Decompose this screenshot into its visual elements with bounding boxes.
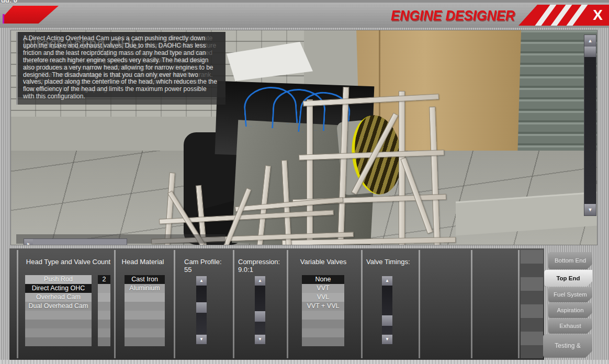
scrollbar-track[interactable] bbox=[584, 57, 596, 204]
test-stand-bar bbox=[307, 99, 313, 245]
list-row-empty bbox=[25, 320, 92, 328]
variable-valves-option[interactable]: VVT + VVL bbox=[302, 302, 344, 311]
column-divider bbox=[361, 250, 363, 358]
cam-profile-value: 55 bbox=[184, 266, 191, 274]
list-row-empty bbox=[125, 311, 165, 320]
valve-timings-slider[interactable]: ▲ ▼ bbox=[382, 276, 392, 344]
list-row-empty bbox=[98, 302, 110, 311]
variable-valves-option[interactable]: VVT bbox=[302, 284, 344, 293]
red-banner-decoration: X bbox=[518, 5, 609, 26]
tab-bottom-end[interactable]: Bottom End bbox=[548, 252, 592, 269]
info-panel: Head The Head of an engine contains all … bbox=[16, 32, 225, 245]
window-title: ENGINE DESIGNER bbox=[391, 8, 515, 24]
tab-top-end[interactable]: Top End bbox=[544, 270, 592, 287]
column-divider bbox=[17, 250, 18, 358]
list-row-empty bbox=[98, 337, 110, 346]
list-row-empty bbox=[98, 328, 110, 337]
list-row-empty bbox=[25, 328, 92, 337]
scrollbar-thumb[interactable] bbox=[584, 47, 596, 57]
section-body-daohc: A Direct Acting OverHead Cam uses a cam … bbox=[16, 32, 225, 105]
tab-testing-finalize[interactable]: Testing & Finalize bbox=[543, 334, 592, 358]
head-material-option[interactable]: Aluminium bbox=[125, 284, 165, 293]
scrollbar-up-button[interactable]: ▲ bbox=[584, 35, 596, 47]
column-divider bbox=[419, 250, 420, 358]
list-row-empty bbox=[125, 302, 165, 311]
valve-timings-slider-down-button[interactable]: ▼ bbox=[382, 335, 392, 344]
column-divider bbox=[233, 250, 234, 358]
list-row-empty bbox=[25, 311, 92, 320]
variable-valves-header: Variable Valves bbox=[295, 258, 352, 266]
viewport-scrollbar[interactable]: ▲ ▼ bbox=[584, 35, 596, 216]
head-material-list: Cast Iron Aluminium bbox=[125, 275, 165, 346]
valve-timings-header: Valve Timings: bbox=[366, 258, 410, 266]
cam-profile-slider-thumb[interactable] bbox=[196, 302, 207, 313]
cam-profile-slider[interactable]: ▲ ▼ bbox=[196, 276, 207, 344]
compression-slider-down-button[interactable]: ▼ bbox=[255, 335, 265, 344]
year-slider-right-button[interactable]: ► bbox=[24, 239, 33, 245]
variable-valves-option-selected[interactable]: None bbox=[302, 275, 344, 284]
engine-3d-viewport[interactable]: Head The Head of an engine contains all … bbox=[10, 30, 597, 245]
manufacture-year-slider[interactable]: ◄ ► bbox=[24, 238, 127, 245]
compression-slider-track[interactable] bbox=[255, 286, 265, 335]
engine-designer-window: dd: 0 ENGINE DESIGNER X bbox=[0, 0, 609, 364]
list-row-empty bbox=[302, 320, 344, 328]
list-row-empty bbox=[98, 284, 110, 293]
valve-timings-slider-up-button[interactable]: ▲ bbox=[382, 276, 392, 286]
head-material-option-selected[interactable]: Cast Iron bbox=[125, 275, 165, 284]
column-divider bbox=[518, 250, 520, 358]
cam-profile-header: Cam Profile: bbox=[184, 258, 222, 266]
cam-profile-slider-down-button[interactable]: ▼ bbox=[196, 335, 207, 344]
valve-timings-slider-thumb[interactable] bbox=[382, 315, 392, 326]
variable-valves-option[interactable]: VVL bbox=[302, 293, 344, 302]
head-type-header: Head Type and Valve Count bbox=[25, 258, 111, 266]
list-row-empty bbox=[302, 328, 344, 337]
list-row-empty bbox=[125, 293, 165, 302]
list-row-empty bbox=[125, 328, 165, 337]
window-bottom-edge bbox=[0, 360, 609, 364]
tab-exhaust[interactable]: Exhaust bbox=[548, 318, 592, 334]
close-button[interactable]: X bbox=[593, 6, 603, 24]
column-divider bbox=[174, 250, 175, 358]
list-row-empty bbox=[125, 320, 165, 328]
head-type-list: Push Rod Direct Acting OHC Overhead Cam … bbox=[25, 275, 92, 346]
valve-count-list: 2 bbox=[98, 275, 110, 346]
compression-slider-thumb[interactable] bbox=[255, 311, 265, 322]
list-row-empty bbox=[302, 311, 344, 320]
manufacture-year-block: Manufacture Year: 1980 ◄ ► bbox=[16, 234, 225, 244]
red-flag-decoration bbox=[4, 6, 59, 24]
list-row-empty bbox=[125, 337, 165, 346]
list-row-empty bbox=[25, 337, 92, 346]
bottom-settings-panel: Head Type and Valve Count Head Material … bbox=[9, 248, 544, 360]
list-row-empty bbox=[98, 311, 110, 320]
column-divider bbox=[114, 250, 116, 358]
head-type-option[interactable]: Overhead Cam bbox=[25, 293, 92, 302]
head-type-option-selected[interactable]: Direct Acting OHC bbox=[25, 284, 92, 293]
list-row-empty bbox=[98, 320, 110, 328]
cam-profile-slider-up-button[interactable]: ▲ bbox=[196, 276, 207, 286]
tab-fuel-system[interactable]: Fuel System bbox=[548, 287, 592, 302]
empty-striped-list bbox=[521, 250, 543, 358]
compression-slider-up-button[interactable]: ▲ bbox=[255, 276, 265, 286]
compression-slider[interactable]: ▲ ▼ bbox=[255, 276, 265, 344]
list-row-empty bbox=[302, 337, 344, 346]
list-row-empty bbox=[98, 293, 110, 302]
variable-valves-list: None VVT VVL VVT + VVL bbox=[302, 275, 344, 346]
title-bar: ENGINE DESIGNER X bbox=[0, 3, 609, 28]
valve-timings-slider-track[interactable] bbox=[382, 286, 392, 335]
compression-header: Compression: bbox=[238, 258, 280, 266]
scrollbar-down-button[interactable]: ▼ bbox=[584, 204, 596, 215]
head-type-option[interactable]: Dual Overhead Cam bbox=[25, 302, 92, 311]
compression-value: 9.0:1 bbox=[238, 266, 253, 274]
debug-counter-text: dd: 0 bbox=[1, 0, 17, 4]
column-divider bbox=[287, 250, 288, 358]
column-divider bbox=[471, 250, 472, 358]
tab-aspiration[interactable]: Aspiration bbox=[548, 303, 592, 318]
head-type-option[interactable]: Push Rod bbox=[25, 275, 92, 284]
head-material-header: Head Material bbox=[114, 258, 172, 266]
valve-count-option-selected[interactable]: 2 bbox=[98, 275, 110, 284]
